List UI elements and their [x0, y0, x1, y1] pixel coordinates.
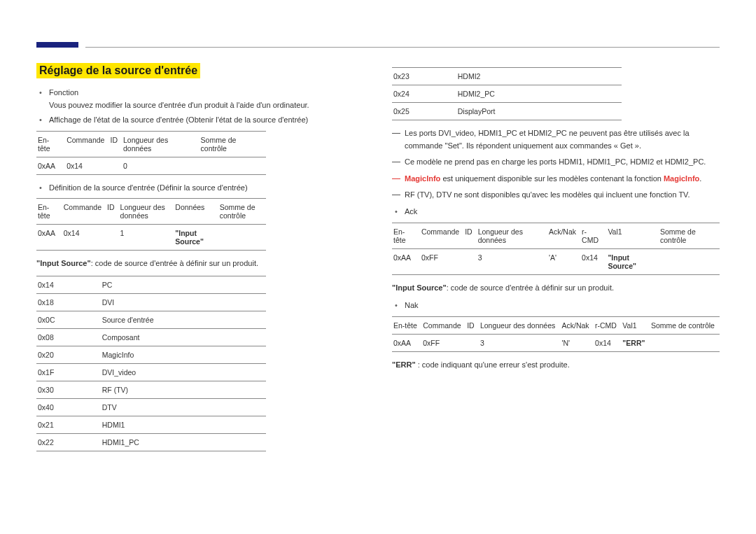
th: En-tête: [392, 223, 420, 248]
dash-note: Les ports DVI_video, HDMI1_PC et HDMI2_P…: [405, 127, 720, 152]
dash-note: Ce modèle ne prend pas en charge les por…: [405, 156, 720, 169]
th: Commande: [65, 131, 108, 157]
bullet-affichage: Affichage de l'état de la source d'entré…: [49, 114, 364, 127]
td: 0x14: [65, 157, 108, 174]
td: 3: [479, 334, 561, 351]
bullet-label: Définition de la source d'entrée (Défini…: [49, 183, 248, 192]
bullet-fonction: Fonction Vous pouvez modifier la source …: [49, 87, 364, 111]
td: 1: [119, 225, 174, 251]
table-row: 0x08Composant: [36, 328, 266, 346]
table-row: 0x0CSource d'entrée: [36, 311, 266, 328]
td-label: HDMI2_PC: [456, 85, 622, 103]
td: [108, 157, 122, 174]
bullet-label: Nak: [405, 301, 419, 309]
table-row: 0x40DTV: [36, 398, 266, 416]
td-code: 0x22: [36, 433, 101, 451]
td-label: RF (TV): [101, 381, 266, 398]
td-label: PC: [101, 276, 266, 293]
brand-magicinfo: MagicInfo: [664, 174, 699, 183]
td-code: 0x40: [36, 398, 101, 416]
td: 3: [477, 248, 547, 274]
td-code: 0x0C: [36, 311, 101, 328]
table-row: 0x1FDVI_video: [36, 363, 266, 381]
th: Ack/Nak: [547, 223, 580, 248]
th: Longueur des données: [477, 223, 547, 248]
td-code: 0x25: [392, 103, 456, 120]
th: Longueur des données: [122, 131, 200, 157]
td: "Input Source": [174, 225, 218, 251]
bullet-definition: Définition de la source d'entrée (Défini…: [36, 182, 364, 195]
source-codes-table-right: 0x23HDMI20x24HDMI2_PC0x25DisplayPort: [392, 67, 622, 120]
td: [650, 334, 720, 351]
td: 'A': [547, 248, 580, 274]
td-code: 0x21: [36, 416, 101, 433]
td-label: HDMI1: [101, 416, 266, 433]
notes-dash-list: Les ports DVI_video, HDMI1_PC et HDMI2_P…: [392, 127, 720, 202]
table-row: 0x21HDMI1: [36, 416, 266, 433]
table-row: 0x20MagicInfo: [36, 346, 266, 363]
td: 'N': [560, 334, 594, 351]
td-label: DVI_video: [101, 363, 266, 381]
th: ID: [108, 131, 122, 157]
intro-bullets: Fonction Vous pouvez modifier la source …: [36, 87, 364, 127]
section-title: Réglage de la source d'entrée: [36, 63, 200, 78]
table-row: 0x22HDMI1_PC: [36, 433, 266, 451]
th: En-tête: [36, 199, 62, 225]
th: Longueur des données: [119, 199, 174, 225]
td: 0x14: [62, 225, 106, 251]
ack-bullet: Ack: [392, 206, 720, 218]
th: Somme de contrôle: [200, 131, 266, 157]
table-row: 0x24HDMI2_PC: [392, 85, 622, 103]
th: Longueur des données: [479, 316, 561, 334]
td: "ERR": [621, 334, 650, 351]
bullet-item: Ack: [405, 206, 720, 218]
note-key: "ERR": [392, 360, 416, 369]
td: [463, 248, 477, 274]
th: Commande: [62, 199, 106, 225]
td: 0xFF: [420, 248, 463, 274]
th: Commande: [420, 223, 463, 248]
text: est uniquement disponible sur les modèle…: [440, 174, 664, 183]
ack-table: En-tête Commande ID Longueur des données…: [392, 223, 720, 275]
table-row: 0x18DVI: [36, 293, 266, 311]
td: 0xAA: [36, 225, 62, 251]
td-label: Source d'entrée: [101, 311, 266, 328]
page-header-rule: [36, 42, 720, 48]
th: En-tête: [392, 316, 421, 334]
table-row: 0x23HDMI2: [392, 68, 622, 85]
bullet-label: Ack: [405, 207, 417, 216]
th: Somme de contrôle: [650, 316, 720, 334]
source-codes-table-left: 0x14PC0x18DVI0x0CSource d'entrée0x08Comp…: [36, 276, 266, 451]
bullet-item: Nak: [405, 300, 720, 312]
text: .: [699, 174, 701, 183]
td-code: 0x08: [36, 328, 101, 346]
bullet-item: Définition de la source d'entrée (Défini…: [49, 182, 364, 195]
input-source-note-2: "Input Source": code de source d'entrée …: [392, 282, 720, 295]
td-label: DVI: [101, 293, 266, 311]
err-note: "ERR" : code indiquant qu'une erreur s'e…: [392, 359, 720, 372]
th: ID: [463, 223, 477, 248]
td: "Input Source": [606, 248, 659, 274]
td-code: 0x30: [36, 381, 101, 398]
bullet-sub: Vous pouvez modifier la source d'entrée …: [49, 99, 364, 112]
td: 0xAA: [36, 157, 65, 174]
th: Somme de contrôle: [659, 223, 720, 248]
td-label: Composant: [101, 328, 266, 346]
table-row: 0x25DisplayPort: [392, 103, 622, 120]
note-rest: : code de source d'entrée à définir sur …: [91, 259, 258, 267]
th: r-CMD: [580, 223, 606, 248]
th: Val1: [621, 316, 650, 334]
td-code: 0x18: [36, 293, 101, 311]
td-label: MagicInfo: [101, 346, 266, 363]
th: En-tête: [36, 131, 65, 157]
td-label: DisplayPort: [456, 103, 622, 120]
bullet-label: Affichage de l'état de la source d'entré…: [49, 115, 308, 124]
td-code: 0x1F: [36, 363, 101, 381]
td-code: 0x23: [392, 68, 456, 85]
th: Commande: [421, 316, 465, 334]
td: 0xFF: [421, 334, 465, 351]
header-divider: [85, 47, 720, 48]
td: [465, 334, 479, 351]
table-row: 0xAA 0xFF 3 'N' 0x14 "ERR": [392, 334, 720, 351]
brand-magicinfo: MagicInfo: [405, 174, 440, 183]
